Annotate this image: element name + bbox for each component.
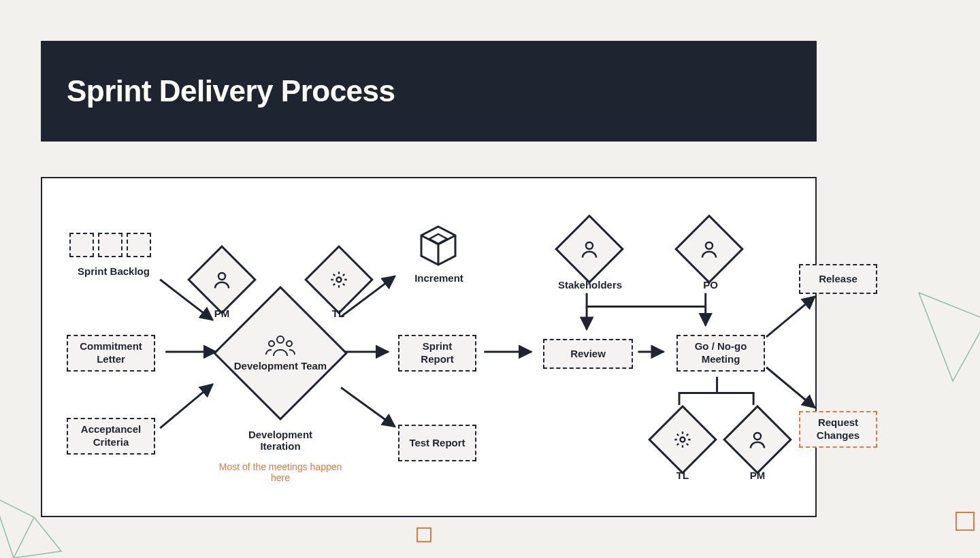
- title-bar: Sprint Delivery Process: [41, 41, 817, 142]
- svg-line-14: [341, 388, 395, 427]
- decorative-square-icon: [416, 527, 431, 542]
- svg-line-9: [160, 280, 212, 321]
- flow-arrows: [42, 178, 815, 516]
- svg-line-17: [766, 297, 815, 338]
- svg-line-12: [341, 276, 395, 317]
- page-title: Sprint Delivery Process: [67, 74, 395, 108]
- svg-line-11: [160, 384, 212, 428]
- decorative-square-icon: [956, 512, 975, 531]
- decorative-wire-icon: [905, 279, 980, 388]
- svg-line-18: [766, 367, 815, 408]
- diagram-canvas: Sprint Backlog Commitment Letter Accepta…: [41, 177, 817, 517]
- decorative-wire-icon: [0, 490, 68, 558]
